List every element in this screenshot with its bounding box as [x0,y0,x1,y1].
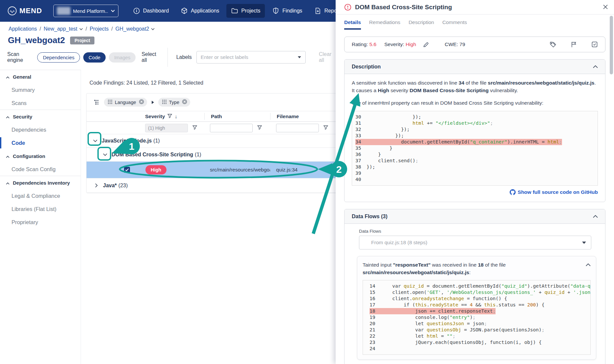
scan-engine-dependencies-toggle[interactable]: Dependencies [37,52,80,63]
description-section-body: A sensitive sink function was discovered… [345,74,605,202]
group-by-tree-icon[interactable] [94,99,99,105]
tag-icon[interactable] [550,41,556,48]
applications-icon [181,7,188,14]
grid-icon [162,99,166,105]
sidebar-item-legal-compliance[interactable]: Legal & Compliance [0,189,81,202]
mend-brand: MEND [7,6,42,16]
sidebar-item-scans[interactable]: Scans [0,96,81,110]
sidebar-section-dependencies-inventory: Dependencies Inventory Legal & Complianc… [0,176,81,229]
section-title: Dependencies Inventory [13,180,70,186]
tab-description[interactable]: Description [409,19,434,30]
caret-down-icon [582,241,586,244]
chip-label: Type [169,100,179,105]
sort-desc-icon[interactable]: ↓ [175,114,177,119]
expand-chevron-icon[interactable] [92,182,100,190]
filename-filter-input[interactable] [276,124,319,132]
group-row-java[interactable]: Java* (23) [87,178,336,193]
description-section-header[interactable]: Description [345,60,605,74]
severity-filter-input[interactable] [145,124,188,132]
sidebar-section-header-dependencies-inventory[interactable]: Dependencies Inventory [0,176,81,189]
severity: Severity: High [384,41,416,47]
close-icon[interactable] [603,4,608,11]
chevron-down-icon[interactable] [151,28,155,30]
sidebar-section-header-configuration[interactable]: Configuration [0,149,81,163]
tab-comments[interactable]: Comments [442,19,467,30]
filter-funnel-icon[interactable] [167,114,172,119]
sidebar-section-header-security[interactable]: Security [0,110,81,123]
group-chip-language[interactable]: Language [104,98,147,107]
breadcrumb-applications[interactable]: Applications [9,26,37,32]
filter-path-cell [204,124,270,132]
labels-input[interactable] [201,54,297,60]
data-flows-section-header[interactable]: Data Flows (3) [345,209,605,224]
header-path[interactable]: Path [204,111,270,121]
mend-logo-icon [7,6,17,16]
scan-engine-label: Scan engine [7,51,33,63]
breadcrumb-new-app-test[interactable]: New_app_test [44,26,77,32]
filter-funnel-icon[interactable] [257,125,262,131]
filter-funnel-icon[interactable] [192,125,197,131]
scan-engine-images-toggle[interactable]: Images [109,52,136,63]
clear-all-button[interactable]: Clear all [319,51,336,63]
findings-section: Code Findings: 24 Listed, 12 Filtered, 1… [81,70,336,364]
nav-item-dashboard[interactable]: Dashboard [128,4,173,18]
check-square-icon[interactable] [591,41,598,48]
tab-remediations[interactable]: Remediations [369,19,400,30]
group-chip-type[interactable]: Type [158,98,190,107]
collapse-chevron-up-icon[interactable] [593,65,598,68]
path-filter-input[interactable] [210,124,253,132]
remove-chip-icon[interactable] [139,99,144,106]
sidebar-item-libraries-flat-list[interactable]: Libraries (Flat List) [0,202,81,216]
section-title: General [13,74,31,80]
github-source-link[interactable]: Show full source code on GitHub [510,189,598,195]
sidebar-item-summary[interactable]: Summary [0,83,81,96]
platform-selector[interactable]: Mend Platform... [53,5,118,17]
breadcrumb-gh-webgoat2[interactable]: GH_webgoat2 [115,26,149,32]
meta-action-icons [550,41,598,48]
data-flow-step-text: Tainted input "responseText" was receive… [363,261,591,276]
nav-item-projects[interactable]: Projects [226,4,265,18]
remove-chip-icon[interactable] [182,99,187,106]
group-row-dom-xss[interactable]: DOM Based Cross-Site Scripting (1) [87,148,336,162]
chevron-down-icon[interactable] [79,28,83,30]
select-all-button[interactable]: Select all [141,51,160,63]
description-paragraph-1: A sensitive sink function was discovered… [352,79,598,94]
scan-engine-code-toggle[interactable]: Code [83,52,106,63]
severity-value: High [406,41,416,47]
edit-severity-pencil-icon[interactable] [423,41,429,48]
nav-item-findings[interactable]: Findings [268,4,307,18]
flag-icon[interactable] [571,41,577,48]
data-flow-select-value: From quiz.js:18 (8 steps) [371,240,582,246]
sidebar-item-proprietary[interactable]: Proprietary [0,216,81,229]
sidebar-item-code[interactable]: Code [0,136,81,149]
tab-details[interactable]: Details [344,19,361,30]
findings-summary: Code Findings: 24 Listed, 12 Filtered, 1… [90,80,203,86]
collapse-chevron-icon[interactable] [91,137,99,145]
collapse-chevron-up-icon[interactable] [586,262,591,268]
sidebar-section-header-general[interactable]: General [0,70,81,83]
data-flow-select[interactable]: From quiz.js:18 (8 steps) [359,236,591,249]
breadcrumb-projects[interactable]: Projects [90,26,109,32]
nav-item-applications[interactable]: Applications [176,4,224,18]
header-filename[interactable]: Filename [270,111,336,121]
group-label: JavaScript / Node.js [102,138,152,144]
sidebar-section-configuration: Configuration Code Scan Config [0,149,81,176]
collapse-chevron-icon[interactable] [101,151,109,159]
finding-row-selected[interactable]: High src/main/resources/webgoa quiz.js:3… [87,162,336,178]
filter-funnel-icon[interactable] [323,125,328,131]
collapse-chevron-up-icon[interactable] [593,215,598,218]
caret-down-icon[interactable] [297,56,301,59]
panel-scrollbar-thumb[interactable] [610,16,613,74]
group-count: (23) [118,183,128,189]
row-checkbox-checked[interactable] [124,167,130,173]
group-row-javascript-nodejs[interactable]: JavaScript / Node.js (1) [87,134,336,148]
taint-source-code-snippet: 14 var quiz_id = document.getElementById… [363,280,591,355]
findings-shield-icon [272,7,279,14]
github-link-label: Show full source code on GitHub [518,189,598,195]
header-severity[interactable]: Severity ↓ [139,111,204,121]
page-title: GH_webgoat2 [8,35,65,45]
sidebar-item-code-scan-config[interactable]: Code Scan Config [0,163,81,176]
panel-tabs: Details Remediations Description Comment… [336,19,614,30]
sidebar-item-dependencies[interactable]: Dependencies [0,123,81,136]
reports-document-icon [314,7,321,14]
